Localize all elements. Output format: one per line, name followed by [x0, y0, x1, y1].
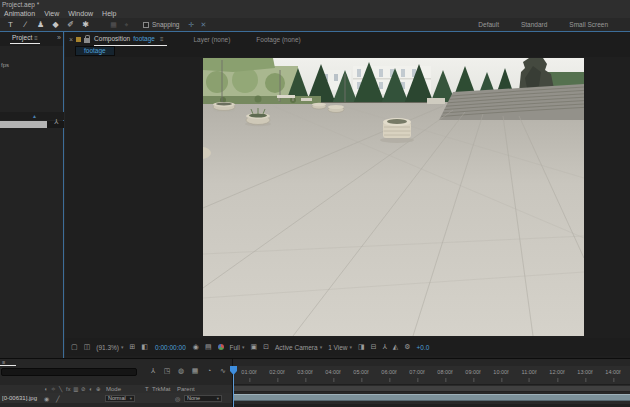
layer-visibility-icon[interactable]: ◉ — [44, 395, 49, 402]
frame-blend-icon[interactable]: ▦ — [188, 367, 202, 375]
switch-column-icons: ◖✧╲fx▥⊘◐⊕ — [42, 385, 102, 393]
roto-brush-tool-icon[interactable]: ✐ — [63, 20, 78, 29]
magnification-menu[interactable]: (91.3%) ▾ — [96, 344, 123, 351]
composition-flowchart-icon[interactable]: ⅄ — [383, 343, 387, 351]
threed-header-icon[interactable]: ⊕ — [95, 385, 103, 393]
disabled-tools: ▦⌖ — [107, 21, 133, 29]
panel-menu-icon[interactable]: ≡ — [160, 36, 164, 42]
composition-viewer[interactable] — [65, 57, 630, 338]
target-icon[interactable]: ⌖ — [120, 21, 133, 29]
type-tool-icon[interactable]: T — [3, 20, 18, 29]
resolution-menu[interactable]: Full ▾ — [230, 344, 245, 351]
frame-blend-header-icon[interactable]: ▥ — [72, 385, 80, 393]
transparency-grid-icon[interactable]: ⊡ — [263, 343, 269, 351]
sort-ascending-icon[interactable]: ▲ — [32, 113, 37, 119]
pick-whip-icon[interactable]: ◎ — [175, 395, 180, 402]
mode-column-header[interactable]: Mode — [106, 385, 121, 393]
tab-project[interactable]: Project≡ — [10, 34, 40, 44]
ruler-label: 01:00f — [241, 369, 256, 375]
timeline-search-input[interactable] — [1, 368, 137, 376]
viewer-tab-footage[interactable]: footage — [75, 46, 115, 56]
tab[interactable]: Footage (none) — [256, 36, 300, 43]
layer-track[interactable] — [233, 392, 630, 404]
show-snapshot-icon[interactable]: ▤ — [205, 343, 212, 351]
layer-row[interactable]: [0-00631].jpg ◉ ╱ Normal ▾ ◎ None ▾ — [0, 393, 232, 403]
adjustment-header-icon[interactable]: ◐ — [87, 385, 95, 393]
snap-edges-icon[interactable]: ✛ — [185, 21, 197, 29]
camera-menu[interactable]: Active Camera ▾ — [275, 344, 322, 351]
toggle-mask-icon[interactable]: ◧ — [141, 343, 148, 351]
shy-header-icon[interactable]: ◖ — [42, 385, 50, 393]
export-frame-icon[interactable]: ⊟ — [371, 343, 377, 351]
quality-header-icon[interactable]: ╲ — [57, 385, 65, 393]
align-icon[interactable]: ▦ — [107, 21, 120, 29]
eraser-tool-icon[interactable]: ◆ — [48, 20, 63, 29]
view-options-icon[interactable]: ◨ — [358, 343, 365, 351]
tab[interactable]: Layer (none) — [193, 36, 230, 43]
menu-item[interactable]: View — [44, 10, 59, 17]
work-area-bar[interactable] — [233, 385, 630, 392]
snap-range-icon[interactable]: ✕ — [197, 21, 209, 29]
exposure-value[interactable]: +0.0 — [417, 344, 430, 351]
tab-composition-footage[interactable]: Composition footage ≡ — [94, 33, 167, 46]
snapping-checkbox[interactable] — [143, 22, 149, 28]
draft-3d-icon[interactable]: ◳ — [160, 367, 174, 375]
choose-grid-icon[interactable]: ⊞ — [130, 343, 136, 351]
ruler-label: 11:00f — [522, 369, 537, 375]
scrollbar-thumb[interactable] — [0, 121, 47, 128]
close-icon[interactable]: × — [69, 36, 73, 43]
screen-mode-icon[interactable]: ◫ — [84, 343, 91, 351]
motion-blur-icon[interactable]: ◔ — [202, 367, 216, 375]
puppet-pin-tool-icon[interactable]: ✱ — [78, 20, 93, 29]
clone-stamp-tool-icon[interactable]: ♟ — [33, 20, 48, 29]
blend-mode-dropdown[interactable]: Normal ▾ — [105, 395, 135, 402]
motion-blur-header-icon[interactable]: ⊘ — [80, 385, 88, 393]
lock-icon[interactable] — [84, 38, 90, 43]
region-of-interest-icon[interactable]: ▣ — [251, 343, 258, 351]
chevron-down-icon: ▾ — [130, 396, 132, 401]
ruler-label: 06:00f — [381, 369, 396, 375]
fx-header-icon[interactable]: fx — [65, 385, 73, 393]
trkmat-column-header[interactable]: TrkMat — [152, 385, 170, 393]
ruler-label: 08:00f — [437, 369, 452, 375]
workspace-button[interactable]: Small Screen — [569, 21, 608, 28]
hide-shy-icon[interactable]: ◍ — [174, 367, 188, 375]
collapse-header-icon[interactable]: ✧ — [50, 385, 58, 393]
composition-tab-bar: × Composition footage ≡ Layer (none)Foot… — [65, 32, 630, 46]
menu-item[interactable]: Window — [68, 10, 93, 17]
layer-quality-icon[interactable]: ╱ — [56, 395, 60, 402]
comp-mini-flowchart-icon[interactable]: ⅄ — [146, 367, 160, 375]
panel-menu-icon[interactable]: ≡ — [2, 359, 5, 365]
inactive-tabs: Layer (none)Footage (none) — [167, 36, 300, 43]
panel-menu-icon[interactable]: ≡ — [34, 35, 38, 41]
workspace-button[interactable]: Default — [478, 21, 499, 28]
preview-timecode[interactable]: 0:00:00:00 — [155, 344, 186, 351]
mini-flowchart-icon[interactable]: ▢ — [71, 343, 78, 351]
graph-editor-icon[interactable]: ∿ — [216, 367, 230, 375]
parent-column-header[interactable]: Parent — [177, 385, 195, 393]
snapping-control: Snapping — [143, 21, 179, 28]
snapshot-icon[interactable]: ◉ — [193, 343, 199, 351]
view-layout-menu[interactable]: 1 View ▾ — [328, 344, 352, 351]
timeline-toolbar: ⅄◳◍▦◔∿ — [146, 367, 230, 375]
menu-item[interactable]: Help — [102, 10, 116, 17]
show-channels-icon[interactable] — [218, 344, 224, 350]
composition-toolbar: ▢◫ (91.3%) ▾ ⊞◧ 0:00:00:00 ◉▤ Full ▾ ▣⊡ … — [65, 338, 630, 356]
t-column-header[interactable]: T — [145, 385, 149, 393]
timeline-tab[interactable]: ≡ — [0, 359, 16, 366]
panel-overflow-icon[interactable]: » — [57, 34, 61, 41]
brush-tool-icon[interactable]: ∕ — [18, 20, 33, 29]
project-flowchart-icon[interactable]: ⅄ — [54, 118, 58, 126]
chevron-down-icon: ▾ — [121, 344, 124, 350]
time-ruler[interactable]: 01:00f02:00f03:00f04:00f05:00f06:00f07:0… — [233, 366, 630, 385]
fast-previews-icon[interactable]: ◭ — [393, 343, 398, 351]
layer-name[interactable]: [0-00631].jpg — [2, 395, 42, 401]
workspace-button[interactable]: Standard — [521, 21, 547, 28]
parent-dropdown[interactable]: None ▾ — [184, 395, 222, 402]
adjust-exposure-icon[interactable]: ⚙ — [404, 343, 410, 351]
layer-duration-bar[interactable] — [233, 394, 630, 401]
tool-strip: T∕♟◆✐✱ — [0, 20, 93, 29]
menu-item[interactable]: Animation — [4, 10, 35, 17]
viewer-tab-strip: footage — [65, 46, 630, 57]
window-title: Project.aep * — [0, 0, 630, 9]
